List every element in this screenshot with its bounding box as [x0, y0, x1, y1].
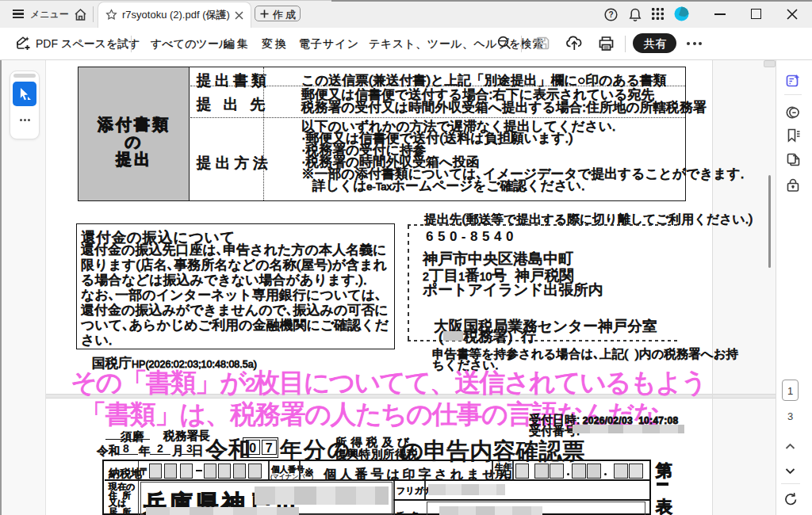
svg-text:?: ? — [608, 10, 613, 19]
